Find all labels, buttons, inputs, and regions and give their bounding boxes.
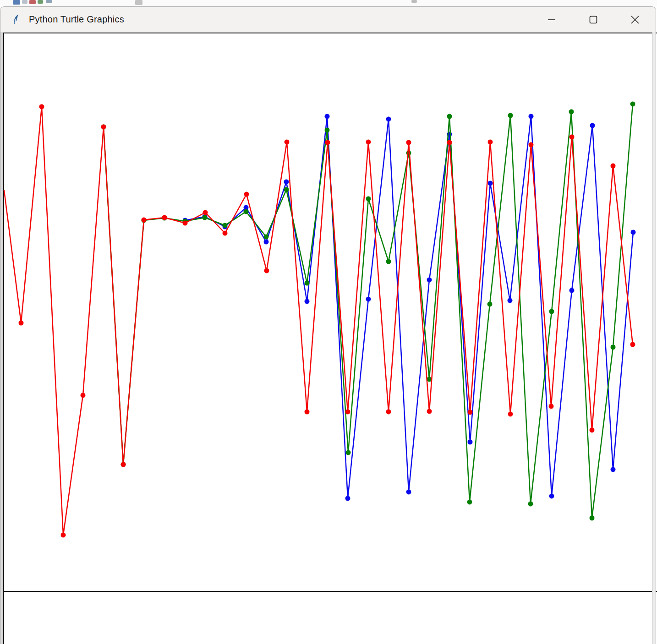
red-data-point bbox=[183, 221, 188, 226]
blue-data-point bbox=[325, 114, 330, 119]
background-fragment bbox=[29, 0, 36, 4]
green-data-point bbox=[590, 516, 595, 521]
background-fragment bbox=[13, 0, 20, 5]
blue-data-point bbox=[284, 180, 289, 185]
red-data-point bbox=[569, 135, 575, 140]
green-data-point bbox=[305, 281, 310, 286]
turtle-plot bbox=[0, 32, 657, 644]
green-data-point bbox=[508, 113, 513, 118]
red-data-point bbox=[611, 164, 616, 169]
turtle-canvas bbox=[0, 32, 656, 644]
background-fragment bbox=[411, 0, 417, 3]
green-data-point bbox=[244, 209, 249, 214]
red-data-point bbox=[203, 210, 208, 215]
red-data-point bbox=[549, 404, 554, 409]
blue-data-point bbox=[366, 297, 371, 302]
blue-data-point bbox=[386, 117, 391, 122]
background-window-sliver bbox=[0, 0, 657, 6]
blue-data-point bbox=[549, 494, 554, 499]
blue-data-point bbox=[345, 496, 350, 501]
red-data-point bbox=[590, 428, 595, 433]
turtle-graphics-window: Python Turtle Graphics bbox=[0, 6, 656, 644]
green-data-point bbox=[346, 450, 351, 455]
canvas-right-border bbox=[652, 32, 656, 644]
red-data-point bbox=[81, 393, 86, 398]
green-data-point bbox=[264, 235, 269, 240]
red-data-point bbox=[427, 409, 432, 414]
background-fragment bbox=[38, 0, 43, 4]
red-data-point bbox=[264, 268, 269, 273]
background-fragment bbox=[46, 0, 52, 3]
window-title: Python Turtle Graphics bbox=[29, 14, 124, 25]
red-data-point bbox=[386, 409, 391, 415]
python-feather-icon bbox=[11, 14, 22, 26]
close-icon bbox=[630, 14, 641, 25]
maximize-icon bbox=[588, 15, 598, 25]
minimize-icon bbox=[547, 15, 557, 25]
red-data-point bbox=[468, 410, 473, 415]
red-data-point bbox=[630, 342, 635, 347]
green-data-point bbox=[611, 345, 616, 350]
red-data-point bbox=[345, 409, 350, 415]
titlebar: Python Turtle Graphics bbox=[0, 7, 656, 32]
blue-data-point bbox=[529, 114, 534, 119]
blue-data-point bbox=[631, 230, 636, 235]
red-data-point bbox=[529, 142, 534, 147]
green-data-point bbox=[549, 309, 554, 314]
red-data-point bbox=[325, 140, 330, 145]
green-data-point bbox=[528, 502, 533, 507]
blue-data-point bbox=[590, 123, 595, 128]
background-fragment bbox=[22, 0, 27, 4]
red-data-point bbox=[285, 140, 290, 145]
canvas-left-border bbox=[0, 32, 3, 644]
blue-data-point bbox=[406, 490, 411, 495]
green-data-point bbox=[223, 223, 228, 228]
window-controls bbox=[531, 7, 656, 32]
green-data-point bbox=[487, 302, 493, 307]
blue-data-point bbox=[468, 440, 473, 445]
green-data-point bbox=[366, 196, 371, 202]
blue-data-point bbox=[508, 298, 513, 303]
maximize-button[interactable] bbox=[572, 7, 614, 32]
green-data-point bbox=[630, 102, 635, 107]
blue-data-point bbox=[611, 467, 616, 472]
red-data-point bbox=[121, 462, 126, 467]
green-data-point bbox=[203, 215, 208, 220]
minimize-button[interactable] bbox=[531, 7, 572, 32]
red-series-line bbox=[4, 107, 633, 535]
red-data-point bbox=[488, 140, 493, 145]
blue-data-point bbox=[305, 299, 310, 304]
green-data-point bbox=[467, 500, 472, 505]
blue-data-point bbox=[488, 181, 493, 186]
green-data-point bbox=[325, 128, 330, 133]
red-data-point bbox=[39, 104, 44, 109]
red-data-point bbox=[223, 231, 228, 236]
green-data-point bbox=[386, 259, 391, 264]
green-data-point bbox=[569, 109, 574, 115]
blue-series-line bbox=[185, 116, 633, 498]
red-data-point bbox=[142, 218, 147, 223]
red-data-point bbox=[447, 140, 452, 145]
green-data-point bbox=[284, 187, 289, 192]
red-data-point bbox=[61, 533, 66, 538]
red-data-point bbox=[366, 140, 371, 145]
green-data-point bbox=[406, 151, 411, 156]
blue-data-point bbox=[427, 278, 432, 283]
red-data-point bbox=[244, 192, 249, 197]
red-data-point bbox=[305, 409, 310, 415]
blue-data-point bbox=[264, 240, 269, 245]
red-data-point bbox=[19, 321, 24, 326]
green-data-point bbox=[447, 114, 452, 119]
red-data-point bbox=[508, 412, 513, 417]
red-data-point bbox=[162, 215, 167, 220]
red-data-point bbox=[406, 140, 411, 145]
blue-data-point bbox=[569, 288, 575, 293]
background-fragment bbox=[135, 0, 142, 5]
red-data-point bbox=[101, 125, 106, 130]
close-button[interactable] bbox=[614, 7, 656, 32]
